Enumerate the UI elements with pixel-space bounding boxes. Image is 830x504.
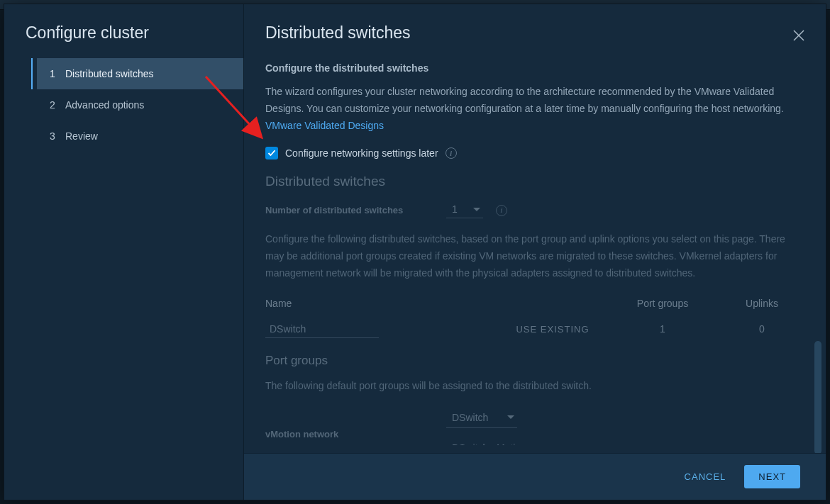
num-switches-select[interactable]: 1 [446,202,483,218]
section-subtitle: Configure the distributed switches [265,62,804,74]
step-label: Advanced options [65,99,144,111]
chevron-down-icon [507,415,514,419]
port-groups-heading: Port groups [265,354,804,368]
configure-later-checkbox[interactable] [265,147,278,159]
step-label: Review [65,130,98,142]
num-switches-row: Number of distributed switches 1 i [265,202,804,218]
num-switches-label: Number of distributed switches [265,205,446,215]
step-number: 3 [50,130,57,142]
distributed-switches-heading: Distributed switches [265,174,804,189]
sidebar-title: Configure cluster [4,23,243,58]
configure-later-row: Configure networking settings later i [265,147,804,159]
step-distributed-switches[interactable]: 1 Distributed switches [37,58,243,89]
ds-table-header: Name Port groups Uplinks [265,298,804,316]
description-text: The wizard configures your cluster netwo… [265,84,804,134]
scrollbar[interactable] [814,341,821,454]
col-port-groups: Port groups [606,298,719,309]
step-review[interactable]: 3 Review [37,121,243,152]
vmotion-row: vMotion network DSwitch [265,410,804,445]
next-button[interactable]: NEXT [744,465,800,488]
vmware-validated-designs-link[interactable]: VMware Validated Designs [265,120,384,131]
dswitch-name-input[interactable] [265,320,379,338]
info-icon[interactable]: i [446,147,457,159]
cancel-button[interactable]: CANCEL [680,466,731,488]
port-groups-value: 1 [606,323,719,335]
step-number: 1 [50,68,57,79]
use-existing-button[interactable]: USE EXISTING [516,324,589,335]
wizard-sidebar: Configure cluster 1 Distributed switches… [4,4,244,500]
wizard-steps: 1 Distributed switches 2 Advanced option… [4,58,243,152]
chevron-down-icon [473,208,480,211]
ds-body-text: Configure the following distributed swit… [265,231,804,281]
info-icon[interactable]: i [496,205,507,216]
vmotion-label: vMotion network [265,429,446,439]
wizard-main: Distributed switches Configure the distr… [244,4,826,500]
step-number: 2 [50,99,57,111]
col-name: Name [265,298,499,309]
vmotion-portgroup-input[interactable] [446,438,574,445]
vmotion-switch-select[interactable]: DSwitch [446,410,517,428]
checkbox-label: Configure networking settings later [285,147,438,159]
uplinks-value: 0 [719,323,804,335]
wizard-footer: CANCEL NEXT [244,453,826,500]
pg-body-text: The following default port groups will b… [265,378,804,395]
close-icon [793,30,804,41]
page-title: Distributed switches [265,23,804,43]
table-row: USE EXISTING 1 0 [265,316,804,345]
col-uplinks: Uplinks [719,298,804,309]
close-button[interactable] [793,30,804,45]
step-advanced-options[interactable]: 2 Advanced options [37,89,243,121]
configure-cluster-modal: Configure cluster 1 Distributed switches… [4,4,826,500]
checkmark-icon [267,149,276,157]
step-label: Distributed switches [65,68,154,79]
